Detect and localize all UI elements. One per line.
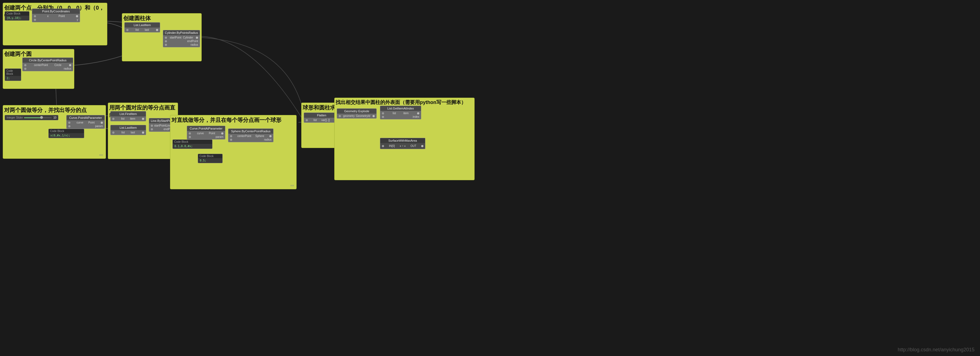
lli2-out-port[interactable] <box>142 132 144 134</box>
lfi-row: list item <box>112 117 145 121</box>
last-out-port[interactable] <box>156 29 158 31</box>
cpp1-curve-port[interactable] <box>68 122 70 124</box>
x-label: x <box>47 14 48 17</box>
slider-track[interactable] <box>24 117 51 118</box>
sma-out-port[interactable] <box>421 145 423 147</box>
code-block-3[interactable]: Code Block x(0,#x,1/x); <box>48 129 84 138</box>
x-in-port[interactable] <box>34 15 36 17</box>
code-block-1-body[interactable]: {0,y,10}; <box>5 16 29 21</box>
slider-fill <box>24 117 40 118</box>
sphere-radius-port[interactable] <box>230 139 232 141</box>
group-divide-lines: 对直线做等分，并且在每个等分点画一个球形 Curve.PointAtParame… <box>170 115 297 189</box>
list-last-item-2-node[interactable]: List.LastItem list last <box>110 125 146 135</box>
sphere-title: Sphere.ByCenterPointRadius <box>228 129 273 134</box>
sma-separator: ♦ = ♦ <box>400 145 406 148</box>
cpp1-curve-label: curve <box>76 121 83 124</box>
line-start-label: startPoint <box>154 124 165 127</box>
circle-radius-row: radius <box>24 67 72 70</box>
point-by-coords-title: Point.ByCoordinates <box>32 9 80 14</box>
sphere-node[interactable]: Sphere.ByCenterPointRadius centerPoint S… <box>228 129 274 142</box>
center-in-port[interactable] <box>24 64 26 66</box>
circle-center-row: centerPoint Circle <box>24 63 72 67</box>
code-block-4-body[interactable]: 0.1,0.8,#x; <box>173 144 212 149</box>
xxx-indicator: xxx <box>99 154 103 156</box>
line-end-port[interactable] <box>151 128 153 130</box>
sphere-out-port[interactable] <box>269 135 272 137</box>
flatten-list-row: list var[]..[] <box>305 118 338 122</box>
code-block-5-body[interactable]: 0.5; <box>198 158 222 163</box>
cpp1-out-port[interactable] <box>101 122 103 124</box>
lgi-out-label: item <box>403 112 409 115</box>
ge-geom-port[interactable] <box>339 115 341 117</box>
end-in-port[interactable] <box>165 40 167 42</box>
y-label: y <box>77 18 78 21</box>
xxx-indicator-2: xxx <box>291 184 294 187</box>
curve-point-param-1-node[interactable]: Curve.PointAtParameter curve Point param <box>66 115 105 129</box>
cylinder-node[interactable]: Cylinder.ByPointsRadius startPoint Cylin… <box>163 30 200 47</box>
cpp1-curve-row: curve Point <box>68 121 103 124</box>
flatten-list-port[interactable] <box>305 119 308 121</box>
integer-slider[interactable]: Integer Slider 10 <box>5 115 58 120</box>
cpp2-curve-port[interactable] <box>189 132 191 135</box>
list-last-item-1-node[interactable]: List.LastItem list last <box>124 22 160 32</box>
surface-max-area-node[interactable]: SurfaceWithMaxArea IN[0] ♦ = ♦ OUT <box>380 138 425 149</box>
lgi-list-port[interactable] <box>382 112 384 114</box>
point-by-coords-node[interactable]: Point.ByCoordinates x Point y <box>32 8 80 22</box>
cyl-start-row: startPoint Cylinder <box>164 36 199 39</box>
slider-thumb[interactable] <box>40 116 43 119</box>
code-block-2-body[interactable]: 2; <box>5 76 21 81</box>
cpp2-curve-label: curve <box>197 132 204 135</box>
sma-in-port[interactable] <box>382 145 384 147</box>
code-block-5-title: Code Block <box>198 154 222 158</box>
cyl-radius-row: radius <box>164 43 199 46</box>
lgi-list-row: list item <box>381 111 420 115</box>
lli2-list-label: list <box>121 131 125 134</box>
slider-label: Integer Slider <box>6 116 23 119</box>
lfi-list-label: list <box>121 117 124 120</box>
cpp1-param-port[interactable] <box>68 125 70 127</box>
cyl-radius-in-port[interactable] <box>165 44 167 46</box>
lgi-index-port[interactable] <box>382 116 384 118</box>
code-block-2[interactable]: Code Block 2; <box>5 68 21 81</box>
lgi-out-port[interactable] <box>417 112 419 114</box>
group-draw-lines: 用两个圆对应的等分点画直线 List.FirstItem list item L… <box>108 103 178 159</box>
cyl-out-port[interactable] <box>196 37 198 39</box>
geometry-explode-node[interactable]: Geometry Explode geometry GeometryId <box>337 108 377 119</box>
line-start-port[interactable] <box>151 125 153 127</box>
list-get-item-node[interactable]: List.GetItemAtIndex list item index <box>380 106 421 119</box>
code-block-4-title: Code Block <box>173 140 212 144</box>
radius-in-port[interactable] <box>24 68 26 70</box>
list-in-port[interactable] <box>126 29 129 31</box>
lfi-list-port[interactable] <box>112 118 115 120</box>
ge-out-port[interactable] <box>372 115 375 117</box>
code-block-5[interactable]: Code Block 0.5; <box>198 154 223 163</box>
cpp2-out-port[interactable] <box>221 132 223 135</box>
list-first-item-node[interactable]: List.FirstItem list item <box>110 111 146 121</box>
circle-by-center-node[interactable]: Circle.ByCenterPointRadius centerPoint C… <box>22 57 73 71</box>
code-block-4[interactable]: Code Block 0.1,0.8,#x; <box>172 140 212 149</box>
lli2-out-label: last <box>131 131 135 134</box>
point-out-port[interactable] <box>76 15 78 17</box>
sphere-radius-row: radius <box>229 138 272 141</box>
group-find-surface: 找出相交结果中圆柱的外表面（需要用python写一些脚本） Geometry E… <box>334 98 475 180</box>
sphere-center-row: centerPoint Sphere <box>229 134 272 138</box>
list-label: list <box>135 29 138 31</box>
point-out-label: Point <box>59 14 65 17</box>
code-block-1[interactable]: Code Block {0,y,10}; <box>5 11 29 21</box>
code-block-3-body[interactable]: x(0,#x,1/x); <box>49 133 84 138</box>
surface-max-area-title: SurfaceWithMaxArea <box>380 138 425 143</box>
point-y-row: y <box>33 18 79 21</box>
geometry-explode-title: Geometry Explode <box>337 109 376 114</box>
y-in-port[interactable] <box>34 19 36 21</box>
radius-label: radius <box>64 67 71 70</box>
start-in-port[interactable] <box>165 37 167 39</box>
cpp2-param-port[interactable] <box>189 136 191 138</box>
cpp2-curve-row: curve Point <box>188 132 224 135</box>
lfi-out-port[interactable] <box>142 118 144 120</box>
sphere-center-port[interactable] <box>230 135 232 137</box>
main-canvas: 创建两个点，分别为（0，0，0）和（0，0，10） Code Block {0,… <box>0 0 980 356</box>
curve-point-param-2-node[interactable]: Curve.PointAtParameter curve Point param <box>187 126 225 140</box>
group-create-circles-label: 创建两个圆 <box>4 50 73 58</box>
lli2-list-port[interactable] <box>112 132 115 134</box>
circle-out-port[interactable] <box>69 64 71 66</box>
